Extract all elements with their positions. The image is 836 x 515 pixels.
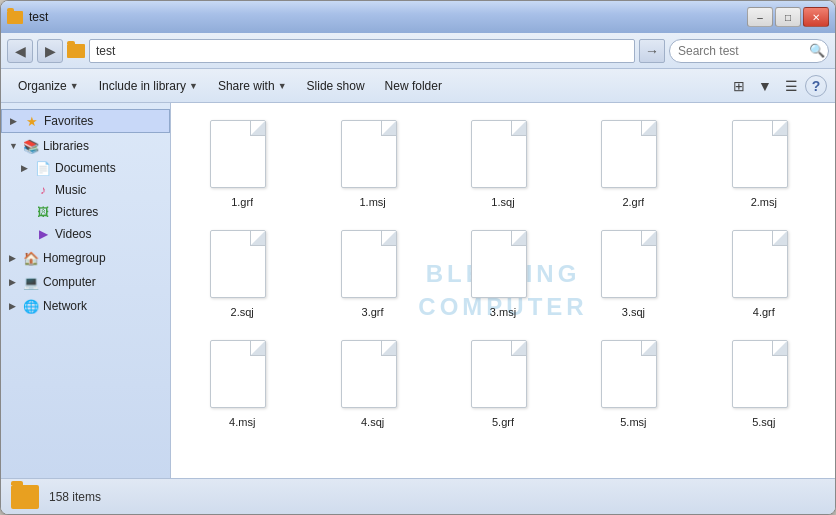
back-button[interactable]: ◀ [7,39,33,63]
forward-button[interactable]: ▶ [37,39,63,63]
pictures-icon: 🖼 [35,204,51,220]
music-label: Music [55,183,86,197]
sidebar-network[interactable]: ▶ 🌐 Network [1,295,170,317]
status-bar: 158 items [1,478,835,514]
file-thumbnail [341,340,405,412]
search-input[interactable] [669,39,829,63]
file-thumbnail [210,230,274,302]
file-name: 3.msj [490,306,516,318]
homegroup-label: Homegroup [43,251,106,265]
window-title: test [29,10,48,24]
documents-icon: 📄 [35,160,51,176]
file-thumbnail [601,340,665,412]
file-thumbnail [601,230,665,302]
list-item[interactable]: 2.sqj [181,223,303,325]
list-item[interactable]: 3.grf [311,223,433,325]
star-icon: ★ [24,113,40,129]
file-name: 4.sqj [361,416,384,428]
address-input[interactable] [89,39,635,63]
share-with-button[interactable]: Share with ▼ [209,73,296,99]
preview-pane-button[interactable]: ☰ [779,74,803,98]
address-folder-icon [67,44,85,58]
go-button[interactable]: → [639,39,665,63]
main-content: ▶ ★ Favorites ▼ 📚 Libraries ▶ 📄 Document… [1,103,835,478]
favorites-expand-icon: ▶ [10,116,20,126]
file-grid: 1.grf 1.msj 1.sqj 2.grf 2.msj [181,113,825,435]
list-item[interactable]: 3.msj [442,223,564,325]
list-item[interactable]: 5.grf [442,333,564,435]
window-controls: – □ ✕ [747,7,829,27]
file-name: 1.msj [359,196,385,208]
sidebar-homegroup[interactable]: ▶ 🏠 Homegroup [1,247,170,269]
file-thumbnail [341,230,405,302]
videos-label: Videos [55,227,91,241]
status-folder-icon [11,485,39,509]
include-in-library-button[interactable]: Include in library ▼ [90,73,207,99]
maximize-button[interactable]: □ [775,7,801,27]
list-item[interactable]: 5.msj [572,333,694,435]
computer-expand-icon: ▶ [9,277,19,287]
include-library-chevron: ▼ [189,81,198,91]
list-item[interactable]: 4.sqj [311,333,433,435]
libraries-section: ▼ 📚 Libraries ▶ 📄 Documents ♪ Music 🖼 [1,135,170,245]
list-item[interactable]: 1.sqj [442,113,564,215]
window: test – □ ✕ ◀ ▶ → 🔍 Organize ▼ I [0,0,836,515]
file-thumbnail [732,230,796,302]
slide-show-button[interactable]: Slide show [298,73,374,99]
file-name: 1.grf [231,196,253,208]
homegroup-expand-icon: ▶ [9,253,19,263]
list-item[interactable]: 1.msj [311,113,433,215]
sidebar-computer[interactable]: ▶ 💻 Computer [1,271,170,293]
share-chevron: ▼ [278,81,287,91]
file-thumbnail [471,120,535,192]
pictures-label: Pictures [55,205,98,219]
list-item[interactable]: 3.sqj [572,223,694,325]
sidebar-videos[interactable]: ▶ Videos [1,223,170,245]
sidebar-music[interactable]: ♪ Music [1,179,170,201]
search-wrapper: 🔍 [669,39,829,63]
list-item[interactable]: 1.grf [181,113,303,215]
file-thumbnail [210,340,274,412]
file-name: 5.msj [620,416,646,428]
sidebar-libraries[interactable]: ▼ 📚 Libraries [1,135,170,157]
homegroup-icon: 🏠 [23,250,39,266]
sidebar: ▶ ★ Favorites ▼ 📚 Libraries ▶ 📄 Document… [1,103,171,478]
new-folder-button[interactable]: New folder [376,73,451,99]
file-name: 4.grf [753,306,775,318]
file-name: 4.msj [229,416,255,428]
file-name: 3.grf [362,306,384,318]
library-icon: 📚 [23,138,39,154]
file-thumbnail [471,340,535,412]
documents-label: Documents [55,161,116,175]
toolbar: Organize ▼ Include in library ▼ Share wi… [1,69,835,103]
file-thumbnail [732,120,796,192]
list-item[interactable]: 2.grf [572,113,694,215]
minimize-button[interactable]: – [747,7,773,27]
sidebar-favorites[interactable]: ▶ ★ Favorites [1,109,170,133]
sidebar-pictures[interactable]: 🖼 Pictures [1,201,170,223]
view-icon-button[interactable]: ⊞ [727,74,751,98]
view-dropdown-button[interactable]: ▼ [753,74,777,98]
network-expand-icon: ▶ [9,301,19,311]
file-name: 5.sqj [752,416,775,428]
docs-expand-icon: ▶ [21,163,31,173]
toolbar-right: ⊞ ▼ ☰ ? [727,74,827,98]
title-bar: test – □ ✕ [1,1,835,33]
file-thumbnail [601,120,665,192]
help-button[interactable]: ? [805,75,827,97]
list-item[interactable]: 4.grf [703,223,825,325]
file-name: 2.grf [622,196,644,208]
list-item[interactable]: 4.msj [181,333,303,435]
list-item[interactable]: 2.msj [703,113,825,215]
libraries-label: Libraries [43,139,89,153]
list-item[interactable]: 5.sqj [703,333,825,435]
music-icon: ♪ [35,182,51,198]
close-button[interactable]: ✕ [803,7,829,27]
organize-chevron: ▼ [70,81,79,91]
organize-button[interactable]: Organize ▼ [9,73,88,99]
search-icon[interactable]: 🔍 [809,43,825,58]
favorites-section: ▶ ★ Favorites [1,109,170,133]
libraries-expand-icon: ▼ [9,141,19,151]
sidebar-documents[interactable]: ▶ 📄 Documents [1,157,170,179]
file-thumbnail [732,340,796,412]
